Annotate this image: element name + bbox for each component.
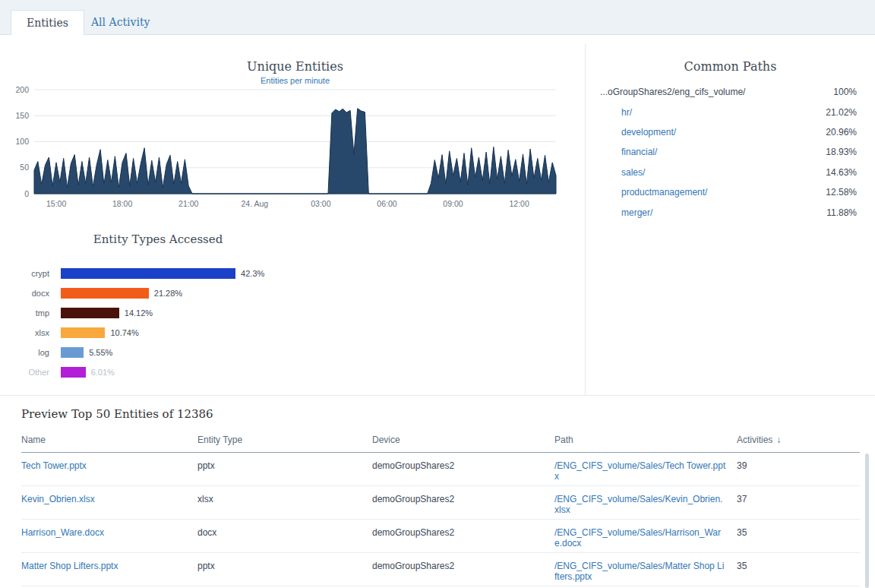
entity-type-label: crypt xyxy=(0,269,49,278)
common-path-row: ...oGroupShares2/eng_cifs_volume/100% xyxy=(600,82,857,102)
svg-text:150: 150 xyxy=(15,111,29,120)
svg-text:50: 50 xyxy=(20,163,29,172)
entities-table: Name Entity Type Device Path Activities↓… xyxy=(21,431,860,586)
device-cell: demoGroupShares2 xyxy=(372,520,554,553)
name-cell[interactable]: Harrison_Ware.docx xyxy=(21,520,197,553)
tab-bar-divider xyxy=(0,34,875,35)
common-path-percent: 11.88% xyxy=(826,207,857,218)
sort-desc-icon[interactable]: ↓ xyxy=(776,435,781,445)
table-header-row: Name Entity Type Device Path Activities↓ xyxy=(21,431,860,453)
entity-type-bar[interactable] xyxy=(61,308,119,318)
entity-type-value: 42.3% xyxy=(241,269,264,278)
common-path-percent: 18.93% xyxy=(826,147,857,157)
svg-text:12:00: 12:00 xyxy=(509,199,529,208)
svg-text:0: 0 xyxy=(24,189,29,198)
col-header-activities[interactable]: Activities↓ xyxy=(737,431,860,453)
preview-title: Preview Top 50 Entities of 12386 xyxy=(21,407,213,421)
common-path-link[interactable]: financial/ xyxy=(600,147,657,157)
col-header-device[interactable]: Device xyxy=(372,431,554,453)
common-path-percent: 21.02% xyxy=(826,107,857,118)
name-cell[interactable]: Tech Tower.pptx xyxy=(21,453,197,486)
common-path-percent: 100% xyxy=(833,87,857,97)
svg-text:200: 200 xyxy=(15,85,29,94)
type-cell: pptx xyxy=(197,553,372,586)
entity-types-bars: crypt42.3%docx21.28%tmp14.12%xlsx10.74%l… xyxy=(0,264,365,382)
name-cell[interactable]: Matter Shop Lifters.pptx xyxy=(21,553,197,586)
common-path-link[interactable]: merger/ xyxy=(600,207,652,218)
entity-type-row: Other6.01% xyxy=(0,362,365,382)
table-row: Kevin_Obrien.xlsxxlsxdemoGroupShares2/EN… xyxy=(21,486,860,520)
col-header-activities-label: Activities xyxy=(737,435,772,445)
common-path-row: merger/11.88% xyxy=(600,202,857,222)
unique-entities-title: Unique Entities xyxy=(34,59,556,74)
entity-type-bar[interactable] xyxy=(61,367,86,378)
common-path-link[interactable]: hr/ xyxy=(600,107,632,118)
tab-all-activity[interactable]: All Activity xyxy=(81,10,161,34)
device-cell: demoGroupShares2 xyxy=(372,553,554,586)
svg-text:18:00: 18:00 xyxy=(112,199,132,208)
horizontal-divider xyxy=(0,395,875,396)
common-path-row: development/20.96% xyxy=(600,122,857,142)
svg-text:24. Aug: 24. Aug xyxy=(241,199,268,208)
type-cell: xlsx xyxy=(197,486,372,520)
svg-text:06:00: 06:00 xyxy=(377,199,396,208)
name-cell[interactable]: Kevin_Obrien.xlsx xyxy=(21,486,197,520)
common-paths-title: Common Paths xyxy=(586,59,875,74)
entity-type-bar[interactable] xyxy=(61,288,149,299)
entity-type-row: log5.55% xyxy=(0,343,365,362)
table-row: Tech Tower.pptxpptxdemoGroupShares2/ENG_… xyxy=(21,453,860,486)
common-path-row: sales/14.63% xyxy=(600,163,857,182)
common-paths-list: ...oGroupShares2/eng_cifs_volume/100%hr/… xyxy=(600,82,857,223)
device-cell: demoGroupShares2 xyxy=(372,486,554,520)
common-path-row: financial/18.93% xyxy=(600,142,857,162)
device-cell: demoGroupShares2 xyxy=(372,453,554,486)
common-path-row: hr/21.02% xyxy=(600,102,857,122)
common-path-row: productmanagement/12.58% xyxy=(600,182,857,202)
path-cell[interactable]: /ENG_CIFS_volume/Sales/Tech Tower.pptx xyxy=(554,453,737,486)
table-scrollbar[interactable] xyxy=(865,454,869,588)
type-cell: docx xyxy=(197,520,372,553)
svg-text:15:00: 15:00 xyxy=(46,199,66,208)
svg-text:09:00: 09:00 xyxy=(443,199,463,208)
tab-entities[interactable]: Entities xyxy=(11,10,84,35)
entity-type-value: 6.01% xyxy=(91,368,115,377)
entity-type-row: docx21.28% xyxy=(0,283,365,303)
entity-type-bar[interactable] xyxy=(61,268,235,279)
common-path-link[interactable]: productmanagement/ xyxy=(600,187,707,198)
path-cell[interactable]: /ENG_CIFS_volume/Sales/Matter Shop Lifte… xyxy=(554,553,737,586)
common-path-percent: 12.58% xyxy=(826,187,857,198)
svg-text:03:00: 03:00 xyxy=(311,199,330,208)
common-path-link: ...oGroupShares2/eng_cifs_volume/ xyxy=(600,87,745,97)
entity-type-value: 5.55% xyxy=(89,348,112,357)
entity-type-value: 21.28% xyxy=(154,289,182,298)
entity-type-bar[interactable] xyxy=(61,327,105,338)
unique-entities-subtitle: Entities per minute xyxy=(34,76,556,85)
common-path-link[interactable]: development/ xyxy=(600,127,676,138)
table-row: Harrison_Ware.docxdocxdemoGroupShares2/E… xyxy=(21,520,860,553)
unique-entities-chart[interactable]: 05010015020015:0018:0021:0024. Aug03:000… xyxy=(0,85,562,216)
activities-cell: 39 xyxy=(737,453,860,486)
col-header-name[interactable]: Name xyxy=(21,431,197,453)
unique-entities-header: Unique Entities Entities per minute xyxy=(34,59,556,85)
entity-types-title: Entity Types Accessed xyxy=(21,232,295,246)
activities-cell: 37 xyxy=(737,486,860,520)
entity-type-label: xlsx xyxy=(0,328,49,337)
col-header-path[interactable]: Path xyxy=(554,431,737,453)
table-row: Matter Shop Lifters.pptxpptxdemoGroupSha… xyxy=(21,553,860,586)
path-cell[interactable]: /ENG_CIFS_volume/Sales/Harrison_Ware.doc… xyxy=(554,520,737,553)
entity-type-bar[interactable] xyxy=(61,347,84,358)
common-path-percent: 20.96% xyxy=(826,127,857,138)
path-cell[interactable]: /ENG_CIFS_volume/Sales/Kevin_Obrien.xlsx xyxy=(554,486,737,520)
common-path-percent: 14.63% xyxy=(826,167,857,178)
entity-type-label: log xyxy=(0,348,49,357)
entities-table-body: Tech Tower.pptxpptxdemoGroupShares2/ENG_… xyxy=(21,453,860,586)
svg-text:100: 100 xyxy=(15,137,29,146)
col-header-entity-type[interactable]: Entity Type xyxy=(197,431,372,453)
vertical-divider xyxy=(585,44,586,395)
svg-text:21:00: 21:00 xyxy=(178,199,198,208)
common-path-link[interactable]: sales/ xyxy=(600,167,645,178)
entity-type-label: tmp xyxy=(0,308,49,318)
entity-type-row: xlsx10.74% xyxy=(0,323,365,343)
activities-cell: 35 xyxy=(737,553,860,586)
entity-type-label: docx xyxy=(0,289,49,298)
